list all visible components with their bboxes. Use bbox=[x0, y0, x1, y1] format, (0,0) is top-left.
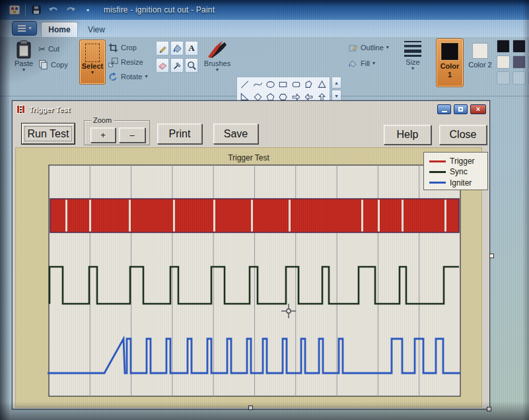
select-region-icon bbox=[85, 44, 100, 62]
group-divider bbox=[234, 40, 234, 92]
minimize-icon bbox=[442, 111, 447, 112]
copy-button[interactable]: Copy bbox=[38, 58, 68, 71]
color1-label: Color 1 bbox=[438, 62, 462, 79]
tab-home-label: Home bbox=[48, 25, 70, 34]
close-label: Close bbox=[450, 129, 477, 141]
select-button[interactable]: Select ▾ bbox=[79, 40, 106, 85]
pencil-tool-button[interactable] bbox=[156, 41, 169, 55]
shape-oval-icon[interactable] bbox=[264, 79, 277, 91]
magnifier-tool-button[interactable] bbox=[185, 58, 198, 73]
magnifier-icon bbox=[187, 61, 197, 71]
crop-label: Crop bbox=[121, 44, 137, 52]
tab-home[interactable]: Home bbox=[41, 22, 78, 37]
resize-icon bbox=[108, 57, 118, 67]
shape-rectangle-icon[interactable] bbox=[277, 79, 289, 91]
legend-label: Trigger bbox=[450, 157, 475, 166]
brushes-button[interactable]: Brushes ▾ bbox=[202, 38, 232, 87]
qat-customize-icon[interactable]: ▾ bbox=[81, 3, 94, 17]
fill-tool-button[interactable] bbox=[170, 41, 184, 55]
outline-label: Outline bbox=[361, 44, 384, 52]
menu-caret-icon: ▾ bbox=[28, 26, 31, 31]
text-tool-button[interactable]: A bbox=[185, 41, 198, 55]
resize-button[interactable]: Resize bbox=[108, 55, 143, 69]
text-tool-icon: A bbox=[188, 43, 194, 53]
eraser-icon bbox=[158, 61, 168, 71]
fill-button[interactable]: Fill ▾ bbox=[348, 57, 375, 70]
pencil-icon bbox=[158, 44, 168, 53]
undo-icon[interactable] bbox=[47, 3, 60, 17]
close-button[interactable]: Close bbox=[439, 125, 487, 145]
size-button[interactable]: Size ▾ bbox=[396, 38, 429, 87]
run-test-button[interactable]: Run Test bbox=[22, 123, 75, 144]
shape-polygon-icon[interactable] bbox=[302, 79, 315, 91]
print-button[interactable]: Print bbox=[157, 123, 202, 144]
clipboard-icon bbox=[15, 40, 32, 59]
rotate-icon bbox=[108, 72, 118, 82]
palette-swatch[interactable] bbox=[512, 55, 526, 69]
rotate-button[interactable]: Rotate ▾ bbox=[108, 70, 147, 83]
legend-line-trigger bbox=[429, 160, 446, 162]
selection-handle-corner[interactable] bbox=[487, 407, 491, 411]
palette-swatch[interactable] bbox=[497, 71, 510, 85]
tab-view[interactable]: View bbox=[81, 22, 112, 37]
zoom-out-button[interactable]: – bbox=[119, 127, 145, 143]
selection-handle-bottom[interactable] bbox=[248, 405, 253, 410]
chart-legend: Trigger Sync Igniter bbox=[423, 152, 488, 190]
tab-view-label: View bbox=[88, 25, 105, 34]
crop-icon bbox=[108, 43, 118, 53]
crop-button[interactable]: Crop bbox=[108, 41, 137, 54]
quick-access-toolbar: ▾ bbox=[0, 3, 94, 17]
print-label: Print bbox=[169, 128, 191, 140]
eraser-tool-button[interactable] bbox=[156, 58, 169, 73]
help-label: Help bbox=[397, 129, 419, 141]
color-palette bbox=[497, 40, 529, 85]
color-picker-tool-button[interactable] bbox=[170, 58, 184, 73]
save-button[interactable]: Save bbox=[213, 123, 258, 144]
size-caret-icon: ▾ bbox=[411, 66, 414, 71]
fill-caret-icon: ▾ bbox=[372, 61, 375, 66]
legend-row: Trigger bbox=[429, 157, 485, 166]
outline-caret-icon: ▾ bbox=[386, 45, 389, 50]
maximize-button[interactable] bbox=[454, 104, 468, 114]
zoom-in-label: + bbox=[100, 130, 106, 140]
palette-swatch[interactable] bbox=[497, 40, 510, 53]
selection-handle-right[interactable] bbox=[489, 254, 494, 258]
rotate-label: Rotate bbox=[121, 73, 142, 81]
palette-swatch[interactable] bbox=[497, 55, 510, 69]
zoom-in-button[interactable]: + bbox=[90, 127, 116, 143]
window-title: misfire - ignition cut out - Paint bbox=[104, 5, 215, 15]
legend-line-igniter bbox=[429, 182, 446, 184]
palette-swatch[interactable] bbox=[512, 40, 526, 53]
color1-button[interactable]: Color 1 bbox=[436, 38, 464, 87]
select-caret-icon: ▾ bbox=[91, 70, 94, 75]
cut-button[interactable]: ✂ Cut bbox=[38, 42, 59, 55]
paint-canvas-image-trigger-test[interactable]: Trigger Test × Run Test Zoom + – Print S… bbox=[12, 100, 490, 409]
outline-button[interactable]: Outline ▾ bbox=[348, 41, 389, 54]
save-icon[interactable] bbox=[30, 3, 43, 17]
size-lines-icon bbox=[403, 38, 423, 58]
palette-swatch[interactable] bbox=[512, 71, 526, 85]
group-divider bbox=[390, 40, 390, 92]
minimize-button[interactable] bbox=[437, 104, 451, 114]
shape-rounded-rectangle-icon[interactable] bbox=[290, 79, 302, 91]
copy-label: Copy bbox=[51, 61, 68, 69]
trigger-window-title: Trigger Test bbox=[29, 106, 70, 114]
group-divider bbox=[344, 40, 345, 92]
ribbon-tab-row bbox=[0, 20, 529, 37]
color2-button[interactable]: Color 2 bbox=[466, 38, 494, 87]
shape-line-icon[interactable] bbox=[238, 79, 251, 91]
shapes-scroll-up-icon[interactable]: ▲ bbox=[332, 77, 341, 88]
help-button[interactable]: Help bbox=[384, 125, 431, 145]
cut-label: Cut bbox=[48, 45, 59, 53]
close-window-button[interactable]: × bbox=[470, 104, 486, 114]
paste-button[interactable]: Paste ▾ bbox=[11, 40, 37, 85]
redo-icon[interactable] bbox=[64, 3, 77, 17]
paint-app-icon bbox=[8, 3, 21, 17]
shape-triangle-icon[interactable] bbox=[316, 79, 328, 91]
group-divider bbox=[151, 40, 151, 92]
scissors-icon: ✂ bbox=[38, 44, 46, 54]
paint-application-window: ▾ misfire - ignition cut out - Paint ▾ H… bbox=[0, 0, 529, 420]
save-label: Save bbox=[224, 128, 248, 140]
shape-curve-icon[interactable] bbox=[251, 79, 264, 91]
paint-menu-button[interactable]: ▾ bbox=[12, 21, 37, 36]
